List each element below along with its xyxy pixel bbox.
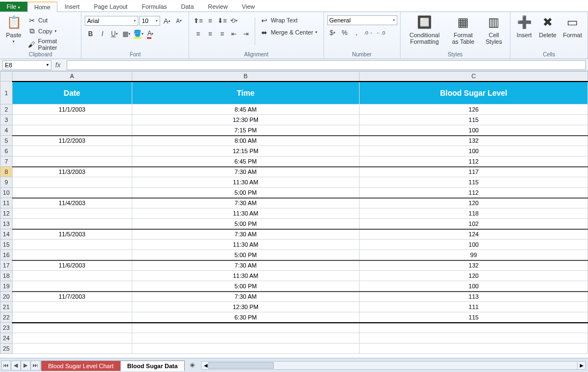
rowhdr-21[interactable]: 21 xyxy=(1,302,13,312)
rowhdr-11[interactable]: 11 xyxy=(1,198,13,208)
cell-B4[interactable]: 7:15 PM xyxy=(132,125,360,136)
cell-A14[interactable]: 11/5/2003 xyxy=(12,229,132,240)
grid[interactable]: A B C 1DateTimeBlood Sugar Level211/1/20… xyxy=(0,71,588,358)
cell-C9[interactable]: 115 xyxy=(360,177,588,188)
horizontal-scrollbar[interactable]: ◀ ▶ xyxy=(201,361,586,370)
rowhdr-16[interactable]: 16 xyxy=(1,250,13,260)
cell-C13[interactable]: 102 xyxy=(360,219,588,229)
rowhdr-15[interactable]: 15 xyxy=(1,240,13,250)
align-bottom-button[interactable]: ⬇≡ xyxy=(216,15,227,26)
colhdr-B[interactable]: B xyxy=(132,72,360,82)
cell-A18[interactable] xyxy=(12,271,132,281)
cell-C6[interactable]: 100 xyxy=(360,146,588,156)
cell-A10[interactable] xyxy=(12,188,132,198)
cell-C5[interactable]: 132 xyxy=(360,136,588,146)
sheet-tab-chart[interactable]: Blood Sugar Level Chart xyxy=(41,361,121,371)
number-format-combo[interactable]: General▾ xyxy=(327,15,397,25)
rowhdr-1[interactable]: 1 xyxy=(1,82,13,104)
orientation-button[interactable]: ⟲▾ xyxy=(228,15,239,26)
align-center-button[interactable]: ≡ xyxy=(204,28,215,39)
cell-B3[interactable]: 12:30 PM xyxy=(132,115,360,125)
tab-data[interactable]: Data xyxy=(174,1,201,11)
cell-B19[interactable]: 5:00 PM xyxy=(132,281,360,292)
cell-C12[interactable]: 118 xyxy=(360,208,588,219)
rowhdr-5[interactable]: 5 xyxy=(1,136,13,146)
comma-button[interactable]: , xyxy=(351,27,362,38)
cell-A16[interactable] xyxy=(12,250,132,260)
cell-A9[interactable] xyxy=(12,177,132,188)
sheet-nav-next[interactable]: ▶ xyxy=(21,361,31,370)
colhdr-A[interactable]: A xyxy=(12,72,132,82)
font-size-combo[interactable]: 10▾ xyxy=(139,16,160,26)
percent-button[interactable]: % xyxy=(339,27,350,38)
cell-B21[interactable]: 12:30 PM xyxy=(132,302,360,312)
cell-A11[interactable]: 11/4/2003 xyxy=(12,198,132,208)
rowhdr-24[interactable]: 24 xyxy=(1,333,13,344)
cell-C19[interactable]: 100 xyxy=(360,281,588,292)
rowhdr-20[interactable]: 20 xyxy=(1,292,13,302)
decrease-indent-button[interactable]: ⇤ xyxy=(228,28,239,39)
cell-A15[interactable] xyxy=(12,240,132,250)
cell-A21[interactable] xyxy=(12,302,132,312)
rowhdr-23[interactable]: 23 xyxy=(1,323,13,333)
align-middle-button[interactable]: ≡ xyxy=(204,15,215,26)
cell-C14[interactable]: 124 xyxy=(360,229,588,240)
name-box[interactable]: E8▾ xyxy=(2,60,51,70)
sheet-tab-data[interactable]: Blood Sugar Data xyxy=(120,361,185,371)
copy-button[interactable]: ⧉Copy ▾ xyxy=(26,26,78,36)
cell-C7[interactable]: 112 xyxy=(360,156,588,167)
rowhdr-18[interactable]: 18 xyxy=(1,271,13,281)
cell-B23[interactable] xyxy=(132,323,360,333)
insert-cells-button[interactable]: ➕Insert xyxy=(514,13,534,39)
cell-B16[interactable]: 5:00 PM xyxy=(132,250,360,260)
cell-B15[interactable]: 11:30 AM xyxy=(132,240,360,250)
tab-insert[interactable]: Insert xyxy=(57,1,87,11)
cell-A13[interactable] xyxy=(12,219,132,229)
align-top-button[interactable]: ⬆≡ xyxy=(192,15,203,26)
rowhdr-10[interactable]: 10 xyxy=(1,188,13,198)
cell-C4[interactable]: 100 xyxy=(360,125,588,136)
fill-color-button[interactable]: 🪣▾ xyxy=(133,28,144,39)
font-color-button[interactable]: A▾ xyxy=(145,28,156,39)
wrap-text-button[interactable]: ↩Wrap Text xyxy=(258,15,319,25)
conditional-formatting-button[interactable]: 🔲Conditional Formatting xyxy=(404,13,446,46)
border-button[interactable]: ▦▾ xyxy=(121,28,132,39)
cell-C23[interactable] xyxy=(360,323,588,333)
cell-B18[interactable]: 11:30 AM xyxy=(132,271,360,281)
cell-C10[interactable]: 112 xyxy=(360,188,588,198)
font-name-combo[interactable]: Arial▾ xyxy=(85,16,138,26)
decrease-decimal-button[interactable]: ←.0 xyxy=(375,27,386,38)
cell-A3[interactable] xyxy=(12,115,132,125)
cell-B13[interactable]: 5:00 PM xyxy=(132,219,360,229)
new-sheet-button[interactable]: ✳ xyxy=(186,361,199,370)
cell-C25[interactable] xyxy=(360,344,588,354)
rowhdr-4[interactable]: 4 xyxy=(1,125,13,136)
cell-B7[interactable]: 6:45 PM xyxy=(132,156,360,167)
underline-button[interactable]: U▾ xyxy=(109,28,120,39)
format-painter-button[interactable]: 🖌Format Painter xyxy=(26,37,78,51)
tab-page-layout[interactable]: Page Layout xyxy=(87,1,135,11)
format-as-table-button[interactable]: ▦Format as Table xyxy=(448,13,479,46)
rowhdr-22[interactable]: 22 xyxy=(1,312,13,323)
rowhdr-14[interactable]: 14 xyxy=(1,229,13,240)
cell-C21[interactable]: 111 xyxy=(360,302,588,312)
increase-font-button[interactable]: A▴ xyxy=(161,15,172,26)
cell-A25[interactable] xyxy=(12,344,132,354)
cell-A8[interactable]: 11/3/2003 xyxy=(12,167,132,177)
cell-C2[interactable]: 126 xyxy=(360,104,588,115)
rowhdr-17[interactable]: 17 xyxy=(1,260,13,271)
accounting-button[interactable]: $▾ xyxy=(327,27,338,38)
select-all-corner[interactable] xyxy=(1,72,13,82)
increase-indent-button[interactable]: ⇥ xyxy=(240,28,251,39)
cell-B9[interactable]: 11:30 AM xyxy=(132,177,360,188)
cell-A12[interactable] xyxy=(12,208,132,219)
sheet-nav-last[interactable]: ⏭ xyxy=(31,361,40,370)
header-cell-B[interactable]: Time xyxy=(132,82,360,104)
cell-B10[interactable]: 5:00 PM xyxy=(132,188,360,198)
cell-A7[interactable] xyxy=(12,156,132,167)
cell-styles-button[interactable]: ▥Cell Styles xyxy=(481,13,507,46)
align-right-button[interactable]: ≡ xyxy=(216,28,227,39)
formula-input[interactable] xyxy=(67,60,586,70)
cell-B6[interactable]: 12:15 PM xyxy=(132,146,360,156)
cell-B8[interactable]: 7:30 AM xyxy=(132,167,360,177)
